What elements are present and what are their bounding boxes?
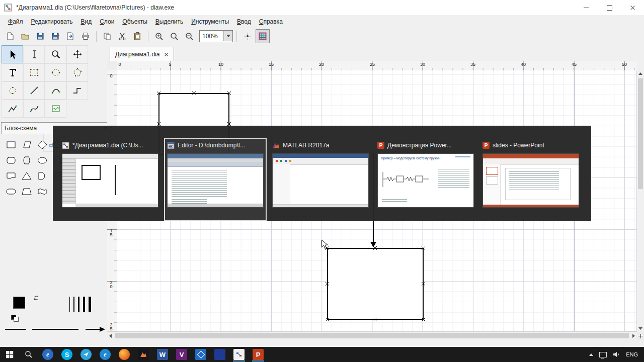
- tool-image[interactable]: [45, 100, 66, 118]
- volume-icon[interactable]: [613, 351, 620, 357]
- zoom-combo[interactable]: 100%: [199, 30, 233, 42]
- print-button[interactable]: [78, 29, 93, 43]
- line-width-selector[interactable]: [69, 296, 91, 313]
- zoom-out-button[interactable]: [182, 29, 196, 43]
- taskbar-app-telegram[interactable]: [76, 347, 96, 362]
- language-indicator[interactable]: ENG: [626, 351, 638, 357]
- shape-diamond[interactable]: [34, 137, 50, 152]
- connection-point-icon[interactable]: [373, 318, 377, 321]
- line-style-selector[interactable]: [32, 329, 78, 330]
- tool-beziergon[interactable]: [2, 81, 23, 100]
- save-as-button[interactable]: [48, 29, 62, 43]
- export-button[interactable]: [63, 29, 77, 43]
- taskbar-app-powerpoint[interactable]: P: [249, 347, 268, 362]
- connection-point-icon[interactable]: [326, 282, 329, 286]
- alt-tab-item-editor[interactable]: Editor - D:\dumbdump\f...: [164, 138, 267, 221]
- end-arrow-selector[interactable]: [85, 326, 106, 332]
- horizontal-scrollbar[interactable]: [107, 331, 637, 340]
- zoom-original-button[interactable]: [167, 29, 181, 43]
- menu-view[interactable]: Вид: [76, 17, 96, 27]
- taskbar-app-visual-studio[interactable]: V: [172, 347, 191, 362]
- alt-tab-preview-powerpoint[interactable]: [482, 153, 579, 208]
- minimize-button[interactable]: [575, 0, 598, 15]
- tool-scroll[interactable]: [66, 45, 88, 63]
- scroll-right-icon[interactable]: [632, 334, 635, 338]
- shape-trapezoid[interactable]: [19, 184, 34, 199]
- snap-to-grid-toggle[interactable]: [256, 29, 270, 43]
- shape-triangle[interactable]: [19, 168, 34, 184]
- copy-button[interactable]: [100, 29, 114, 43]
- shape-box[interactable]: [3, 137, 19, 152]
- foreground-color-swatch[interactable]: [13, 297, 25, 309]
- save-button[interactable]: [33, 29, 47, 43]
- tool-line[interactable]: [23, 81, 45, 100]
- tab-close-icon[interactable]: [164, 52, 169, 57]
- zoom-in-button[interactable]: [152, 29, 166, 43]
- tool-bezierline[interactable]: [23, 100, 45, 118]
- menu-edit[interactable]: Редактировать: [27, 17, 77, 27]
- search-button[interactable]: [19, 347, 38, 362]
- new-button[interactable]: [3, 29, 17, 43]
- shape-ellipse[interactable]: [34, 152, 50, 168]
- tool-textedit[interactable]: [23, 45, 45, 63]
- tool-text[interactable]: [2, 63, 23, 81]
- scroll-down-icon[interactable]: [638, 327, 642, 330]
- shape-rounded-box[interactable]: [3, 152, 19, 168]
- display-tray-icon[interactable]: [599, 352, 607, 357]
- zoom-dropdown-arrow[interactable]: [223, 31, 232, 41]
- connection-point-icon[interactable]: [373, 246, 377, 250]
- start-button[interactable]: [0, 347, 19, 362]
- vertical-scrollbar[interactable]: [636, 70, 644, 332]
- pan-button[interactable]: [637, 332, 644, 340]
- line-width-4[interactable]: [83, 297, 85, 312]
- taskbar-app-blue[interactable]: [210, 347, 229, 362]
- diagram-box-2[interactable]: [327, 248, 424, 320]
- shape-drum[interactable]: [19, 152, 34, 168]
- swap-colors-icon[interactable]: [33, 295, 39, 301]
- close-button[interactable]: [621, 0, 644, 15]
- tool-ellipse[interactable]: [45, 63, 66, 81]
- alt-tab-preview-matlab[interactable]: [272, 153, 369, 208]
- color-selector[interactable]: [11, 295, 40, 321]
- connection-point-icon[interactable]: [227, 92, 231, 95]
- menu-select[interactable]: Выделить: [151, 17, 187, 27]
- tool-magnify[interactable]: [45, 45, 66, 63]
- open-button[interactable]: [18, 29, 32, 43]
- maximize-button[interactable]: [598, 0, 621, 15]
- shape-delay[interactable]: [34, 168, 50, 184]
- shape-tape[interactable]: [34, 184, 50, 199]
- tool-arc[interactable]: [45, 81, 66, 100]
- connection-point-icon[interactable]: [326, 318, 329, 321]
- connection-point-icon[interactable]: [157, 92, 160, 95]
- menu-objects[interactable]: Объекты: [118, 17, 151, 27]
- line-width-1[interactable]: [69, 297, 70, 312]
- connection-point-icon[interactable]: [422, 318, 425, 321]
- alt-tab-preview-slideshow[interactable]: Пример – моделируем систему пружин: [377, 153, 474, 208]
- taskbar-app-3d-viewer[interactable]: [191, 347, 210, 362]
- line-width-2[interactable]: [73, 297, 74, 312]
- connection-point-icon[interactable]: [422, 282, 425, 286]
- shape-parallelogram[interactable]: [19, 137, 34, 152]
- taskbar-app-skype[interactable]: S: [57, 347, 76, 362]
- alt-tab-preview-dia[interactable]: [62, 153, 158, 208]
- tab-diagram1[interactable]: Диаграмма1.dia: [110, 47, 174, 61]
- tool-polygon[interactable]: [66, 63, 88, 81]
- alt-tab-item-matlab[interactable]: MATLAB R2017a: [269, 138, 372, 221]
- line-width-3[interactable]: [78, 297, 79, 312]
- connection-point-icon[interactable]: [227, 122, 231, 126]
- taskbar-app-edge[interactable]: e: [96, 347, 115, 362]
- alt-tab-preview-editor[interactable]: [167, 153, 264, 208]
- begin-arrow-selector[interactable]: [5, 329, 26, 330]
- shape-terminal[interactable]: [3, 184, 19, 199]
- tool-polyline[interactable]: [2, 100, 23, 118]
- horizontal-scroll-thumb[interactable]: [115, 333, 629, 338]
- vertical-scroll-thumb[interactable]: [638, 78, 643, 189]
- connection-point-icon[interactable]: [422, 246, 425, 250]
- connection-point-icon[interactable]: [157, 122, 160, 126]
- menu-layers[interactable]: Слои: [96, 17, 118, 27]
- cut-button[interactable]: [115, 29, 129, 43]
- taskbar-app-word[interactable]: W: [153, 347, 172, 362]
- menu-tools[interactable]: Инструменты: [187, 17, 233, 27]
- tool-modify[interactable]: [2, 45, 23, 63]
- alt-tab-item-powerpoint-editor[interactable]: P slides - PowerPoint: [479, 138, 582, 221]
